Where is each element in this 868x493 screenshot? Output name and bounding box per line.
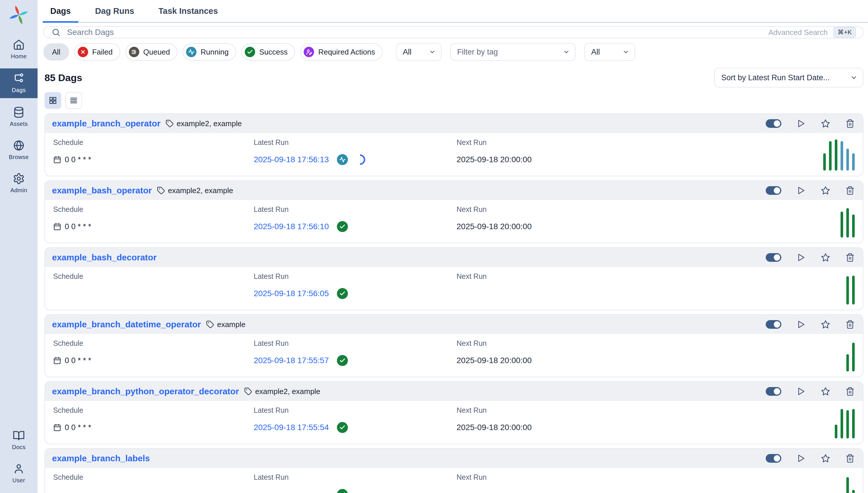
run-bar[interactable] bbox=[846, 276, 849, 304]
trigger-dag-play-icon[interactable] bbox=[796, 119, 806, 128]
trigger-dag-play-icon[interactable] bbox=[796, 320, 806, 329]
dag-name-link[interactable]: example_branch_python_operator_decorator bbox=[52, 386, 239, 396]
trigger-dag-play-icon[interactable] bbox=[796, 454, 806, 463]
tab-dag-runs[interactable]: Dag Runs bbox=[87, 5, 142, 23]
sort-select[interactable]: Sort by Latest Run Start Date... bbox=[714, 68, 863, 87]
delete-trash-icon[interactable] bbox=[846, 186, 855, 195]
run-status-badge bbox=[337, 288, 348, 299]
list-view-button[interactable] bbox=[65, 92, 82, 109]
filter-pill-running[interactable]: Running bbox=[183, 43, 236, 61]
dag-pause-toggle[interactable] bbox=[766, 320, 781, 329]
latest-run-link[interactable]: 2025-09-18 17:55:57 bbox=[254, 356, 334, 365]
tab-dags[interactable]: Dags bbox=[43, 5, 78, 23]
dag-pause-toggle[interactable] bbox=[766, 186, 781, 195]
toggle-knob bbox=[774, 120, 780, 127]
shortcut-badge: ⌘+K bbox=[833, 27, 856, 38]
run-bar[interactable] bbox=[852, 409, 855, 438]
sidebar-item-docs[interactable]: Docs bbox=[0, 426, 38, 455]
filter-by-tag-select[interactable]: Filter by tag bbox=[450, 43, 576, 61]
dag-name-link[interactable]: example_bash_decorator bbox=[52, 253, 157, 262]
favorite-star-icon[interactable] bbox=[821, 386, 830, 396]
search-input[interactable] bbox=[66, 27, 768, 38]
calendar-icon bbox=[53, 222, 61, 231]
dag-pause-toggle[interactable] bbox=[766, 387, 781, 396]
search-bar: Advanced Search ⌘+K bbox=[43, 26, 863, 38]
sidebar-item-dags[interactable]: Dags bbox=[0, 68, 38, 98]
sidebar-item-assets[interactable]: Assets bbox=[0, 102, 38, 132]
next-run-label: Next Run bbox=[457, 473, 855, 481]
run-bar[interactable] bbox=[835, 140, 837, 171]
delete-trash-icon[interactable] bbox=[846, 387, 855, 396]
run-bar[interactable] bbox=[841, 212, 843, 238]
run-bar[interactable] bbox=[852, 490, 855, 493]
filter-pill-all[interactable]: All bbox=[43, 43, 69, 61]
recent-runs-chart[interactable] bbox=[846, 273, 855, 304]
sidebar-item-label: User bbox=[13, 477, 25, 484]
sidebar-item-browse[interactable]: Browse bbox=[0, 135, 38, 165]
latest-run-link[interactable]: 2025-09-18 17:56:05 bbox=[254, 289, 334, 298]
dag-pause-toggle[interactable] bbox=[766, 253, 781, 262]
delete-trash-icon[interactable] bbox=[846, 454, 855, 463]
run-bar[interactable] bbox=[846, 477, 849, 493]
dag-tags-text: example2, example bbox=[255, 387, 320, 396]
delete-trash-icon[interactable] bbox=[846, 119, 855, 128]
run-bar[interactable] bbox=[835, 425, 837, 438]
dag-card-header: example_branch_labels bbox=[45, 449, 863, 468]
delete-trash-icon[interactable] bbox=[846, 320, 855, 329]
filter-pill-success[interactable]: Success bbox=[241, 43, 295, 61]
recent-runs-chart[interactable] bbox=[846, 340, 855, 371]
filter-select-2[interactable]: All bbox=[584, 43, 635, 61]
sidebar-item-admin[interactable]: Admin bbox=[0, 169, 38, 198]
run-bar[interactable] bbox=[829, 141, 832, 171]
sidebar-item-label: Home bbox=[11, 53, 27, 60]
run-bar[interactable] bbox=[852, 343, 855, 371]
toggle-knob bbox=[774, 388, 780, 394]
run-bar[interactable] bbox=[841, 141, 843, 171]
run-bar[interactable] bbox=[846, 149, 849, 171]
trigger-dag-play-icon[interactable] bbox=[796, 253, 806, 262]
recent-runs-chart[interactable] bbox=[841, 206, 855, 238]
trigger-dag-play-icon[interactable] bbox=[796, 186, 806, 195]
favorite-star-icon[interactable] bbox=[821, 453, 830, 463]
recent-runs-chart[interactable] bbox=[823, 139, 855, 171]
favorite-star-icon[interactable] bbox=[821, 119, 830, 128]
trigger-dag-play-icon[interactable] bbox=[796, 387, 806, 396]
required-actions-icon bbox=[304, 47, 314, 57]
filter-pill-required-actions[interactable]: Required Actions bbox=[300, 43, 383, 61]
run-bar[interactable] bbox=[823, 153, 826, 171]
favorite-star-icon[interactable] bbox=[821, 186, 830, 195]
advanced-search-link[interactable]: Advanced Search bbox=[768, 28, 828, 37]
latest-run-link[interactable]: 2025-09-18 17:55:54 bbox=[254, 423, 334, 432]
sidebar-item-user[interactable]: User bbox=[0, 459, 38, 488]
favorite-star-icon[interactable] bbox=[821, 253, 830, 262]
favorite-star-icon[interactable] bbox=[821, 320, 830, 329]
run-bar[interactable] bbox=[846, 208, 849, 238]
run-bar[interactable] bbox=[841, 409, 843, 438]
filter-pill-failed[interactable]: Failed bbox=[74, 43, 120, 61]
recent-runs-chart[interactable] bbox=[835, 407, 855, 438]
tab-task-instances[interactable]: Task Instances bbox=[151, 5, 225, 23]
run-bar[interactable] bbox=[846, 354, 849, 371]
dag-name-link[interactable]: example_branch_datetime_operator bbox=[52, 320, 201, 329]
run-bar[interactable] bbox=[852, 276, 855, 304]
delete-trash-icon[interactable] bbox=[846, 253, 855, 262]
latest-run-link[interactable]: 2025-09-18 17:56:13 bbox=[254, 155, 334, 164]
run-bar[interactable] bbox=[852, 153, 855, 171]
latest-run-link[interactable]: 2025-09-18 17:56:10 bbox=[254, 222, 334, 231]
airflow-logo[interactable] bbox=[0, 0, 38, 33]
dag-pause-toggle[interactable] bbox=[766, 119, 781, 128]
run-bar[interactable] bbox=[852, 214, 855, 238]
dag-name-link[interactable]: example_branch_labels bbox=[52, 453, 150, 463]
dag-pause-toggle[interactable] bbox=[766, 454, 781, 463]
latest-run-label: Latest Run bbox=[254, 138, 457, 147]
run-bar[interactable] bbox=[846, 410, 849, 438]
filter-pill-queued[interactable]: Queued bbox=[125, 43, 178, 61]
recent-runs-chart[interactable] bbox=[846, 474, 855, 493]
dags-icon bbox=[13, 72, 25, 85]
grid-view-button[interactable] bbox=[44, 92, 61, 109]
dag-name-link[interactable]: example_branch_operator bbox=[52, 119, 160, 128]
sidebar-item-home[interactable]: Home bbox=[0, 35, 38, 64]
dag-name-link[interactable]: example_bash_operator bbox=[52, 186, 152, 195]
tag-icon bbox=[165, 120, 174, 128]
filter-select-1[interactable]: All bbox=[396, 43, 442, 61]
